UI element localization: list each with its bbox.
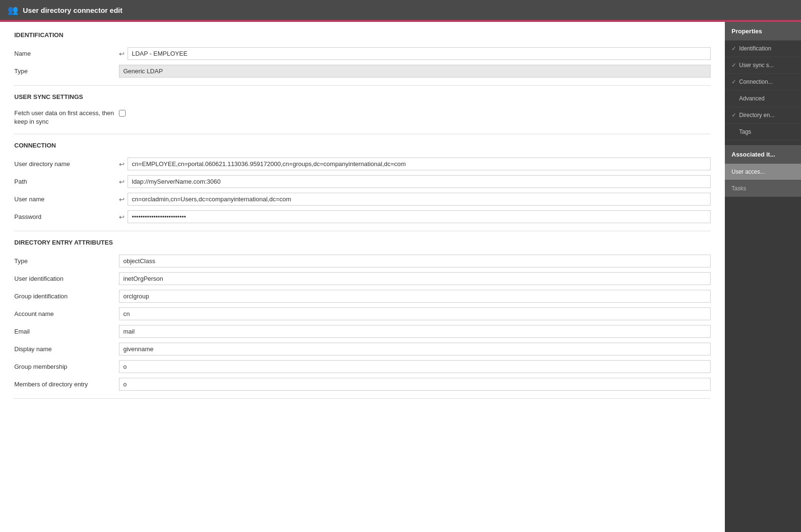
connection-section-title: CONNECTION: [14, 142, 711, 151]
account-name-field-wrapper: [119, 307, 711, 320]
sidebar-item-identification[interactable]: ✓ Identification: [725, 40, 801, 57]
check-icon-connection: ✓: [732, 79, 736, 85]
divider-3: [14, 231, 711, 231]
dir-entry-section-title: DIRECTORY ENTRY ATTRIBUTES: [14, 239, 711, 248]
sidebar-item-tags[interactable]: ✓ Tags: [725, 124, 801, 140]
content-area: IDENTIFICATION Name ↩ Type Generic LDAP …: [0, 22, 725, 532]
right-sidebar: Properties ✓ Identification ✓ User sync …: [725, 22, 801, 532]
path-reset-icon[interactable]: ↩: [119, 178, 125, 186]
name-row: Name ↩: [14, 47, 711, 60]
password-field-wrapper: ↩: [119, 210, 711, 223]
sidebar-label-tags: Tags: [739, 128, 751, 135]
path-field-wrapper: ↩: [119, 175, 711, 188]
display-name-input[interactable]: [119, 343, 711, 355]
username-label: User name: [14, 196, 119, 203]
name-input[interactable]: [128, 47, 711, 60]
sidebar-label-advanced: Advanced: [739, 95, 764, 102]
group-id-input[interactable]: [119, 290, 711, 303]
path-label: Path: [14, 178, 119, 185]
user-dir-name-label: User directory name: [14, 160, 119, 167]
title-bar: 👥 User directory connector edit: [0, 0, 801, 20]
sidebar-sub-item-tasks[interactable]: Tasks: [725, 180, 801, 197]
identification-section-title: IDENTIFICATION: [14, 31, 711, 40]
account-name-label: Account name: [14, 310, 119, 317]
sidebar-item-directory-entry[interactable]: ✓ Directory en...: [725, 107, 801, 124]
email-field-wrapper: [119, 325, 711, 338]
entry-type-input[interactable]: [119, 255, 711, 267]
fetch-row: Fetch user data on first access, then ke…: [14, 109, 711, 126]
main-layout: IDENTIFICATION Name ↩ Type Generic LDAP …: [0, 22, 801, 532]
sidebar-label-user-sync: User sync s...: [739, 62, 774, 69]
name-reset-icon[interactable]: ↩: [119, 50, 125, 58]
sidebar-sub-label-user-access: User acces...: [732, 168, 765, 175]
fetch-checkbox-wrapper: [119, 109, 126, 118]
check-icon-directory-entry: ✓: [732, 112, 736, 118]
path-input[interactable]: [128, 175, 711, 188]
user-id-label: User identification: [14, 275, 119, 282]
sidebar-label-directory-entry: Directory en...: [739, 112, 775, 118]
account-name-input[interactable]: [119, 307, 711, 320]
password-label: Password: [14, 213, 119, 220]
email-row: Email: [14, 325, 711, 338]
group-member-field-wrapper: [119, 360, 711, 373]
associated-items-header: Associated it...: [725, 145, 801, 164]
fetch-label: Fetch user data on first access, then ke…: [14, 109, 119, 126]
title-bar-icon: 👥: [8, 5, 18, 15]
password-row: Password ↩: [14, 210, 711, 223]
username-row: User name ↩: [14, 193, 711, 206]
type-label: Type: [14, 68, 119, 75]
account-name-row: Account name: [14, 307, 711, 320]
username-input[interactable]: [128, 193, 711, 206]
password-input[interactable]: [128, 210, 711, 223]
user-dir-name-input[interactable]: [128, 158, 711, 170]
entry-type-label: Type: [14, 257, 119, 265]
username-reset-icon[interactable]: ↩: [119, 196, 125, 203]
sidebar-sub-label-tasks: Tasks: [732, 185, 746, 192]
path-row: Path ↩: [14, 175, 711, 188]
name-field-wrapper: ↩: [119, 47, 711, 60]
display-name-row: Display name: [14, 343, 711, 355]
type-field-wrapper: Generic LDAP: [119, 65, 711, 78]
user-dir-name-reset-icon[interactable]: ↩: [119, 160, 125, 168]
divider-2: [14, 134, 711, 134]
sidebar-item-advanced[interactable]: ✓ Advanced: [725, 90, 801, 107]
divider-1: [14, 85, 711, 86]
user-dir-name-field-wrapper: ↩: [119, 158, 711, 170]
username-field-wrapper: ↩: [119, 193, 711, 206]
name-label: Name: [14, 50, 119, 57]
group-member-label: Group membership: [14, 363, 119, 370]
user-sync-section-title: USER SYNC SETTINGS: [14, 93, 711, 102]
email-label: Email: [14, 328, 119, 335]
password-reset-icon[interactable]: ↩: [119, 213, 125, 221]
members-dir-input[interactable]: [119, 378, 711, 391]
type-row: Type Generic LDAP: [14, 65, 711, 78]
entry-type-row: Type: [14, 255, 711, 267]
group-member-row: Group membership: [14, 360, 711, 373]
title-bar-title: User directory connector edit: [23, 6, 122, 14]
entry-type-field-wrapper: [119, 255, 711, 267]
sidebar-item-connection[interactable]: ✓ Connection...: [725, 74, 801, 90]
group-id-field-wrapper: [119, 290, 711, 303]
sidebar-label-connection: Connection...: [739, 79, 773, 85]
user-id-input[interactable]: [119, 272, 711, 285]
email-input[interactable]: [119, 325, 711, 338]
members-dir-label: Members of directory entry: [14, 381, 119, 388]
sidebar-label-identification: Identification: [739, 45, 771, 52]
check-icon-identification: ✓: [732, 45, 736, 52]
members-dir-field-wrapper: [119, 378, 711, 391]
members-dir-row: Members of directory entry: [14, 378, 711, 391]
group-id-label: Group identification: [14, 293, 119, 300]
display-name-field-wrapper: [119, 343, 711, 355]
type-select[interactable]: Generic LDAP: [119, 65, 711, 78]
user-id-row: User identification: [14, 272, 711, 285]
fetch-checkbox[interactable]: [119, 110, 126, 117]
properties-header: Properties: [725, 22, 801, 40]
sidebar-item-user-sync[interactable]: ✓ User sync s...: [725, 57, 801, 74]
sidebar-sub-item-user-access[interactable]: User acces...: [725, 164, 801, 180]
divider-4: [14, 398, 711, 399]
user-dir-name-row: User directory name ↩: [14, 158, 711, 170]
group-member-input[interactable]: [119, 360, 711, 373]
group-id-row: Group identification: [14, 290, 711, 303]
user-id-field-wrapper: [119, 272, 711, 285]
display-name-label: Display name: [14, 345, 119, 353]
